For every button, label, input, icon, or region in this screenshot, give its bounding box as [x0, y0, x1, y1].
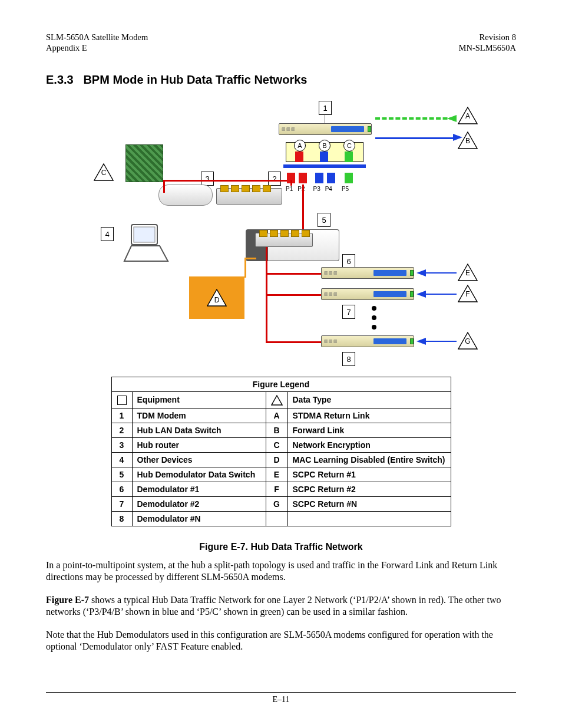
legend-row: 5Hub Demodulator Data SwitchESCPC Return… — [111, 467, 451, 482]
legend-col-datatype: Data Type — [287, 392, 451, 408]
port-labels: P1P2 P3P4 P5 — [286, 186, 349, 192]
page-footer: E–11 — [46, 692, 516, 704]
section-heading: E.3.3 BPM Mode in Hub Data Traffic Netwo… — [46, 73, 516, 87]
header-right: Revision 8 MN-SLM5650A — [459, 32, 516, 53]
datatype-G: G — [458, 332, 478, 350]
figure-legend-table: Figure Legend Equipment Data Type 1TDM M… — [111, 377, 451, 526]
callout-1: 1 — [319, 101, 332, 115]
body-paragraph-2: Figure E-7 shows a typical Hub Data Traf… — [46, 594, 516, 618]
datatype-B: B — [458, 131, 478, 149]
figure-caption: Figure E-7. Hub Data Traffic Network — [46, 542, 516, 552]
svg-marker-11 — [272, 396, 282, 405]
svg-rect-4 — [134, 227, 155, 242]
svg-text:D: D — [214, 296, 220, 304]
legend-equipment-icon — [111, 392, 132, 408]
callout-4: 4 — [101, 227, 114, 241]
callout-6: 6 — [342, 254, 355, 268]
body-paragraph-3: Note that the Hub Demodulators used in t… — [46, 629, 516, 653]
demod-n-icon — [321, 335, 414, 347]
callout-2: 2 — [268, 172, 281, 186]
datatype-E: E — [458, 263, 478, 281]
figure-diagram: 1 A B A B C P1P2 P3P4 P5 — [81, 98, 481, 370]
lan-switch-icon — [216, 188, 282, 205]
legend-row: 8Demodulator #N — [111, 511, 451, 526]
legend-row: 6Demodulator #1FSCPC Return #2 — [111, 482, 451, 496]
callout-7: 7 — [342, 305, 355, 319]
page-header: SLM-5650A Satellite Modem Appendix E Rev… — [46, 32, 516, 53]
legend-row: 7Demodulator #2GSCPC Return #N — [111, 496, 451, 511]
router-icon — [158, 185, 213, 206]
callout-3: 3 — [201, 172, 214, 186]
svg-marker-5 — [124, 246, 168, 261]
laptop-icon — [121, 222, 171, 263]
legend-row: 1TDM ModemASTDMA Return Link — [111, 408, 451, 423]
mac-learning-disabled-box: D — [189, 276, 244, 319]
link-stdma-return — [375, 117, 454, 120]
callout-8: 8 — [342, 352, 355, 366]
legend-datatype-icon — [266, 392, 287, 408]
encryption-icon — [125, 144, 163, 182]
legend-col-equipment: Equipment — [132, 392, 266, 408]
datatype-A: A — [458, 107, 478, 124]
callout-5: 5 — [318, 213, 330, 227]
legend-title: Figure Legend — [111, 377, 451, 392]
body-paragraph-1: In a point-to-multipoint system, at the … — [46, 559, 516, 584]
legend-row: 4Other DevicesDMAC Learning Disabled (En… — [111, 452, 451, 467]
link-forward — [375, 137, 454, 139]
legend-row: 3Hub routerCNetwork Encryption — [111, 437, 451, 452]
datatype-F: F — [458, 285, 478, 302]
demod-1-icon — [321, 267, 414, 279]
tdm-modem-icon — [279, 123, 372, 135]
demod-2-icon — [321, 288, 414, 300]
page: SLM-5650A Satellite Modem Appendix E Rev… — [0, 0, 562, 728]
header-left: SLM-5650A Satellite Modem Appendix E — [46, 32, 148, 53]
datatype-C: C — [94, 163, 114, 181]
legend-row: 2Hub LAN Data SwitchBForward Link — [111, 423, 451, 437]
